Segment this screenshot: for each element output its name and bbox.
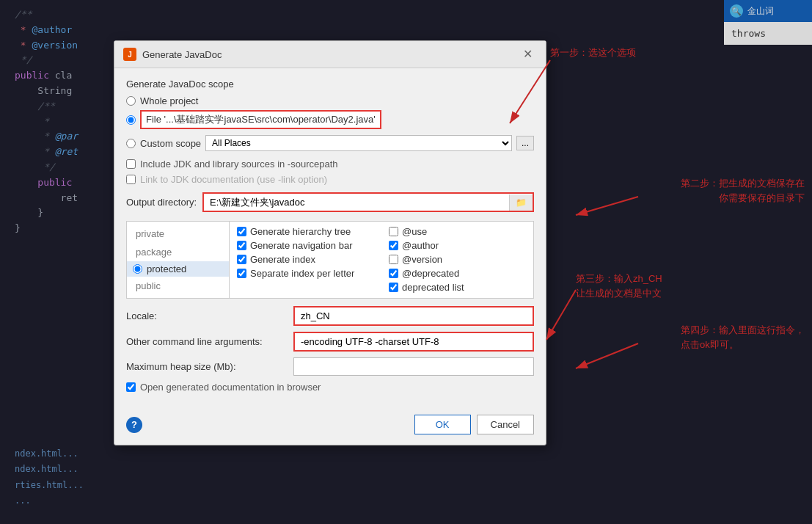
access-protected-radio[interactable] [133, 264, 142, 274]
cancel-button[interactable]: Cancel [477, 415, 534, 434]
check-use: @use [389, 226, 526, 237]
hierarchy-tree-label[interactable]: Generate hierarchy tree [250, 226, 351, 237]
include-jdk-row: Include JDK and library sources in -sour… [126, 159, 534, 170]
separate-index-checkbox[interactable] [237, 269, 246, 278]
link-jdk-checkbox[interactable] [126, 175, 136, 184]
heap-size-label: Maximum heap size (Mb): [126, 361, 288, 372]
custom-scope-btn[interactable]: ... [516, 136, 534, 150]
custom-scope-label[interactable]: Custom scope [140, 138, 201, 149]
output-dir-label: Output directory: [126, 197, 197, 208]
dialog-body: Generate JavaDoc scope Whole project Fil… [114, 68, 546, 407]
custom-scope-row: Custom scope All Places ... [126, 135, 534, 151]
check-nav-bar: Generate navigation bar [237, 240, 374, 251]
close-button[interactable]: ✕ [519, 47, 537, 62]
check-version: @version [389, 254, 526, 265]
open-browser-row: Open generated documentation in browser [126, 382, 534, 393]
check-deprecated-list: deprecated list [389, 282, 526, 293]
output-dir-row: Output directory: 📁 [126, 192, 534, 212]
scope-section-label: Generate JavaDoc scope [126, 79, 534, 90]
deprecated-label[interactable]: @deprecated [402, 268, 459, 279]
whole-project-label[interactable]: Whole project [140, 95, 198, 106]
nav-bar-checkbox[interactable] [237, 241, 246, 250]
access-public[interactable]: public [127, 277, 229, 295]
check-index: Generate index [237, 254, 374, 265]
dialog-titlebar: J Generate JavaDoc ✕ [114, 41, 546, 68]
step2-annotation: 第二步：把生成的文档保存在 你需要保存的目录下 [681, 176, 805, 205]
other-args-label: Other command line arguments: [126, 336, 288, 347]
dialog-icon: J [123, 48, 136, 61]
check-deprecated: @deprecated [389, 268, 526, 279]
custom-scope-select[interactable]: All Places [205, 135, 512, 151]
other-args-row: Other command line arguments: [126, 332, 534, 352]
custom-scope-radio[interactable] [126, 139, 136, 148]
deprecated-list-checkbox[interactable] [389, 283, 398, 292]
output-folder-button[interactable]: 📁 [509, 194, 533, 211]
index-label[interactable]: Generate index [250, 254, 315, 265]
heap-size-input[interactable] [293, 357, 534, 376]
deprecated-list-label[interactable]: deprecated list [402, 282, 464, 293]
generate-javadoc-dialog: J Generate JavaDoc ✕ Generate JavaDoc sc… [114, 40, 546, 445]
check-hierarchy-tree: Generate hierarchy tree [237, 226, 374, 237]
whole-project-radio[interactable] [126, 96, 136, 106]
file-scope-radio[interactable] [126, 115, 136, 125]
version-checkbox[interactable] [389, 255, 398, 264]
nav-bar-label[interactable]: Generate navigation bar [250, 240, 352, 251]
include-jdk-checkbox[interactable] [126, 159, 136, 169]
locale-label: Locale: [126, 310, 288, 321]
check-author: @author [389, 240, 526, 251]
file-scope-highlight: File '...\基础踏实学javaSE\src\com\operator\D… [140, 110, 381, 129]
open-browser-checkbox[interactable] [126, 382, 136, 392]
step3-annotation: 第三步：输入zh_CH 让生成的文档是中文 [576, 272, 662, 300]
heap-size-row: Maximum heap size (Mb): [126, 357, 534, 376]
version-label[interactable]: @version [402, 254, 442, 265]
separate-index-label[interactable]: Separate index per letter [250, 268, 354, 279]
author-label[interactable]: @author [402, 240, 439, 251]
access-panel: private package protected public [127, 222, 230, 298]
access-protected-label: protected [147, 263, 186, 274]
check-separate-index: Separate index per letter [237, 268, 374, 279]
output-dir-input[interactable] [204, 194, 509, 211]
locale-input[interactable] [293, 306, 534, 326]
include-jdk-label[interactable]: Include JDK and library sources in -sour… [140, 159, 338, 170]
whole-project-row: Whole project [126, 95, 534, 106]
index-checkbox[interactable] [237, 255, 246, 264]
step4-annotation: 第四步：输入里面这行指令， 点击ok即可。 [681, 323, 805, 352]
step1-annotation: 第一步：选这个选项 [550, 46, 636, 60]
other-args-input[interactable] [293, 332, 534, 352]
access-private[interactable]: private [127, 225, 229, 243]
ok-button[interactable]: OK [414, 415, 471, 434]
access-protected[interactable]: protected [127, 261, 229, 277]
dialog-title: Generate JavaDoc [142, 49, 513, 60]
checkboxes-panel: Generate hierarchy tree @use Generate na… [230, 222, 533, 298]
deprecated-checkbox[interactable] [389, 269, 398, 278]
hierarchy-tree-checkbox[interactable] [237, 227, 246, 236]
locale-row: Locale: [126, 306, 534, 326]
open-browser-label[interactable]: Open generated documentation in browser [140, 382, 321, 393]
help-button[interactable]: ? [126, 417, 142, 433]
output-dir-wrap: 📁 [202, 192, 534, 212]
link-jdk-row: Link to JDK documentation (use -link opt… [126, 174, 534, 185]
author-checkbox[interactable] [389, 241, 398, 250]
access-package[interactable]: package [127, 243, 229, 261]
use-checkbox[interactable] [389, 227, 398, 236]
file-scope-row: File '...\基础踏实学javaSE\src\com\operator\D… [126, 110, 534, 129]
use-label[interactable]: @use [402, 226, 427, 237]
link-jdk-label[interactable]: Link to JDK documentation (use -link opt… [140, 174, 327, 185]
file-scope-label[interactable]: File '...\基础踏实学javaSE\src\com\operator\D… [146, 113, 376, 126]
middle-section: private package protected public Generat… [126, 221, 534, 299]
dialog-footer: ? OK Cancel [114, 407, 546, 445]
